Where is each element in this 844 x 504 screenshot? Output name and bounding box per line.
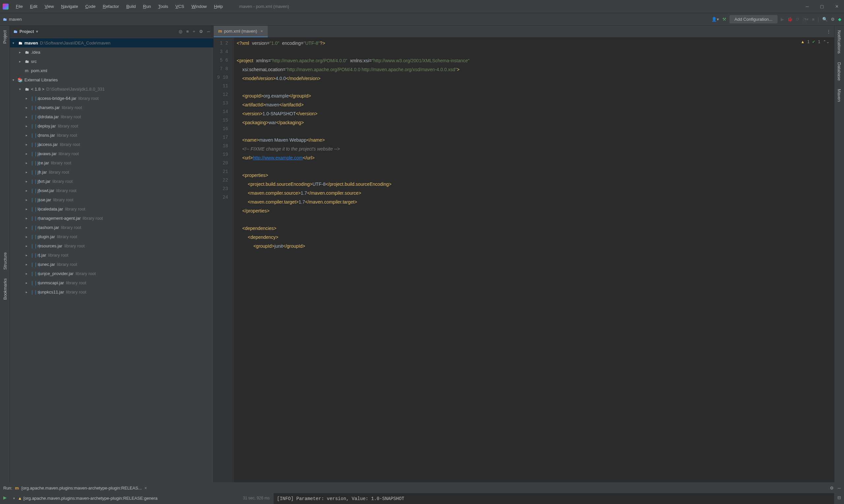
tree-row[interactable]: ▸❘❘❘sunmscapi.jarlibrary root xyxy=(10,278,213,287)
window-title: maven - pom.xml (maven) xyxy=(239,4,289,9)
code-area[interactable]: <?xml version="1.0" encoding="UTF-8"?> <… xyxy=(234,38,834,482)
run-body: ▶ ■ ≡ 🔧 ─ 👁 📷 ⇲ ─ ▦ 📌 ▾▲[org.apache.mave… xyxy=(0,493,844,504)
project-header: 🖿 Project ▾ ◎ ≡ ÷ ⚙ ─ xyxy=(10,26,213,38)
profile-icon[interactable]: ◔▾ xyxy=(803,17,809,22)
run-config-name[interactable]: [org.apache.maven.plugins:maven-archetyp… xyxy=(21,486,142,490)
menu-run[interactable]: Run xyxy=(140,3,154,10)
build-icon[interactable]: ⚒ xyxy=(722,17,726,22)
run-right-toolbar: ⊟ ↩ xyxy=(834,493,844,504)
menubar: FileEditViewNavigateCodeRefactorBuildRun… xyxy=(13,3,226,10)
project-header-title[interactable]: Project xyxy=(19,29,34,34)
warning-icon[interactable]: ▲ xyxy=(801,39,805,44)
menu-file[interactable]: File xyxy=(13,3,26,10)
minimize-button[interactable]: ─ xyxy=(803,3,811,10)
right-tab-notifications[interactable]: Notifications xyxy=(836,28,842,56)
ide-logo-icon[interactable]: ◆ xyxy=(838,17,841,22)
layout-icon[interactable]: ⊟ xyxy=(838,495,841,500)
tree-row[interactable]: ▸❘❘❘management-agent.jarlibrary root xyxy=(10,214,213,223)
tree-row[interactable]: ▸❘❘❘sunpkcs11.jarlibrary root xyxy=(10,287,213,296)
project-tree[interactable]: ▾🖿mavenD:\Software\Java\IDEA_Code\maven▸… xyxy=(10,38,213,482)
debug-icon[interactable]: 🐞 xyxy=(787,17,793,22)
tree-row[interactable]: ▾🖿mavenD:\Software\Java\IDEA_Code\maven xyxy=(10,38,213,48)
tree-row[interactable]: ▸❘❘❘localedata.jarlibrary root xyxy=(10,204,213,214)
menu-code[interactable]: Code xyxy=(82,3,99,10)
left-tab-bookmarks[interactable]: Bookmarks xyxy=(2,276,8,302)
hide-icon[interactable]: ─ xyxy=(207,29,210,34)
left-tab-structure[interactable]: Structure xyxy=(2,250,8,272)
tree-row[interactable]: ▸❘❘❘jaccess.jarlibrary root xyxy=(10,140,213,149)
coverage-icon[interactable]: ⟳ xyxy=(796,17,799,22)
project-tool-tab[interactable]: Project xyxy=(2,28,8,46)
menu-view[interactable]: View xyxy=(41,3,57,10)
menu-navigate[interactable]: Navigate xyxy=(58,3,81,10)
gear-icon[interactable]: ⚙ xyxy=(831,17,835,22)
right-tab-maven[interactable]: Maven xyxy=(836,87,842,104)
tree-row[interactable]: ▸❘❘❘jsse.jarlibrary root xyxy=(10,195,213,204)
breadcrumb[interactable]: 🖿 maven xyxy=(3,17,22,22)
tree-row[interactable]: ▸❘❘❘jce.jarlibrary root xyxy=(10,158,213,167)
gutter: 1 2 3 4 5 6 7 8 9 10 11 12 13 14 15 16 1… xyxy=(214,38,234,482)
menu-refactor[interactable]: Refactor xyxy=(100,3,122,10)
menu-edit[interactable]: Edit xyxy=(27,3,40,10)
right-tab-database[interactable]: Database xyxy=(836,60,842,83)
collapse-icon[interactable]: ÷ xyxy=(193,29,195,34)
run-tree[interactable]: ▾▲[org.apache.maven.plugins:maven-archet… xyxy=(10,493,274,504)
gear-icon[interactable]: ⚙ xyxy=(199,29,203,34)
hide-icon[interactable]: ─ xyxy=(838,486,841,490)
tree-row[interactable]: ▸❘❘❘jfr.jarlibrary root xyxy=(10,167,213,177)
window-controls: ─ ▢ ✕ xyxy=(803,3,841,10)
run-header: Run: m [org.apache.maven.plugins:maven-a… xyxy=(0,483,844,493)
run-output[interactable]: [INFO] Parameter: version, Value: 1.0-SN… xyxy=(274,493,834,504)
tree-row[interactable]: ▾🖿< 1.8 >D:\Software\Java\jdk1.8.0_331 xyxy=(10,84,213,93)
run-icon[interactable]: ▶ xyxy=(781,17,784,22)
tree-row[interactable]: ▸❘❘❘resources.jarlibrary root xyxy=(10,241,213,250)
folder-icon: 🖿 xyxy=(3,17,7,22)
close-button[interactable]: ✕ xyxy=(832,3,841,10)
menu-window[interactable]: Window xyxy=(188,3,210,10)
editor-area: m pom.xml (maven) × ⋮ 1 2 3 4 5 6 7 8 9 … xyxy=(214,26,834,482)
tree-row[interactable]: ▸❘❘❘javaws.jarlibrary root xyxy=(10,149,213,158)
tree-row[interactable]: ▸❘❘❘deploy.jarlibrary root xyxy=(10,121,213,130)
run-tree-row[interactable]: ▾▲org.apache.maven:standalone-pom:pom:11… xyxy=(10,502,274,504)
tree-row[interactable]: ▸❘❘❘sunjce_provider.jarlibrary root xyxy=(10,269,213,278)
expand-icon[interactable]: ≡ xyxy=(186,29,189,34)
project-pane: 🖿 Project ▾ ◎ ≡ ÷ ⚙ ─ ▾🖿mavenD:\Software… xyxy=(10,26,214,482)
tree-row[interactable]: ▾📚External Libraries xyxy=(10,75,213,84)
tree-row[interactable]: ▸❘❘❘jfxrt.jarlibrary root xyxy=(10,177,213,186)
tree-row[interactable]: mpom.xml xyxy=(10,66,213,75)
chevron-up-down-icon[interactable]: ⌃⌄ xyxy=(823,39,829,44)
chevron-down-icon[interactable]: ▾ xyxy=(36,29,38,34)
run-tree-row[interactable]: ▾▲[org.apache.maven.plugins:maven-archet… xyxy=(10,494,274,502)
tree-row[interactable]: ▸❘❘❘nashorn.jarlibrary root xyxy=(10,223,213,232)
menu-help[interactable]: Help xyxy=(211,3,226,10)
search-icon[interactable]: 🔍 xyxy=(822,17,828,22)
gear-icon[interactable]: ⚙ xyxy=(830,486,834,490)
run-panel-label: Run: xyxy=(3,486,12,490)
tab-more-icon[interactable]: ⋮ xyxy=(823,26,834,37)
add-configuration-button[interactable]: Add Configuration... xyxy=(729,15,777,23)
rerun-icon[interactable]: ▶ xyxy=(3,495,6,500)
menu-vcs[interactable]: VCS xyxy=(172,3,188,10)
tree-row[interactable]: ▸❘❘❘jfxswt.jarlibrary root xyxy=(10,186,213,195)
close-icon[interactable]: × xyxy=(144,486,147,490)
close-icon[interactable]: × xyxy=(260,29,263,34)
tree-row[interactable]: ▸❘❘❘plugin.jarlibrary root xyxy=(10,232,213,241)
tree-row[interactable]: ▸🖿src xyxy=(10,57,213,66)
tree-row[interactable]: ▸❘❘❘rt.jarlibrary root xyxy=(10,250,213,259)
menu-build[interactable]: Build xyxy=(123,3,139,10)
stop-icon[interactable]: ■ xyxy=(812,17,815,22)
maximize-button[interactable]: ▢ xyxy=(817,3,827,10)
tree-row[interactable]: ▸❘❘❘dnsns.jarlibrary root xyxy=(10,130,213,140)
locate-icon[interactable]: ◎ xyxy=(179,29,182,34)
tab-pom-xml[interactable]: m pom.xml (maven) × xyxy=(214,26,268,37)
tree-row[interactable]: ▸❘❘❘cldrdata.jarlibrary root xyxy=(10,112,213,121)
tab-label: pom.xml (maven) xyxy=(224,29,257,34)
tree-row[interactable]: ▸❘❘❘sunec.jarlibrary root xyxy=(10,259,213,269)
tree-row[interactable]: ▸❘❘❘access-bridge-64.jarlibrary root xyxy=(10,93,213,103)
ok-icon[interactable]: ✔ xyxy=(812,39,815,44)
tree-row[interactable]: ▸❘❘❘charsets.jarlibrary root xyxy=(10,103,213,112)
app-logo xyxy=(3,4,8,10)
user-icon[interactable]: 👤▾ xyxy=(711,17,719,22)
tree-row[interactable]: ▸🖿.idea xyxy=(10,48,213,57)
menu-tools[interactable]: Tools xyxy=(155,3,171,10)
